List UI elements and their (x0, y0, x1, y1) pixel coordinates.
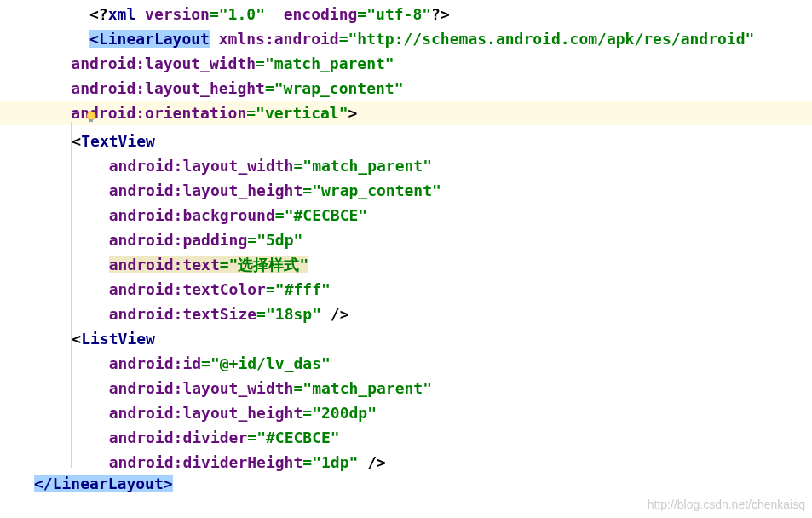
linearlayout-tag: LinearLayout (99, 30, 210, 48)
tag-highlight: <LinearLayout (89, 30, 210, 48)
code-line: <LinearLayout xmlns:android="http://sche… (0, 26, 812, 51)
code-line: android:layout_width="match_parent" (0, 51, 812, 76)
watermark-text: http://blog.csdn.net/chenkaisq (648, 498, 805, 511)
xmlns-attr: xmlns:android (219, 30, 339, 48)
tag-highlight: </LinearLayout> (34, 475, 173, 492)
height-attr: android:layout_height (71, 79, 265, 97)
code-line: android:layout_height="wrap_content" (0, 76, 812, 101)
svg-rect-1 (89, 119, 93, 122)
xmlns-val: "http://schemas.android.com/apk/res/andr… (348, 30, 755, 48)
svg-point-0 (87, 112, 95, 120)
lightbulb-icon[interactable] (10, 81, 24, 95)
width-attr: android:layout_width (71, 55, 256, 72)
code-line: android:dividerHeight="1dp" /> (0, 446, 812, 471)
code-line: </LinearLayout> (0, 471, 812, 496)
code-editor[interactable]: <?xml version="1.0" encoding="utf-8"?> <… (0, 0, 812, 498)
